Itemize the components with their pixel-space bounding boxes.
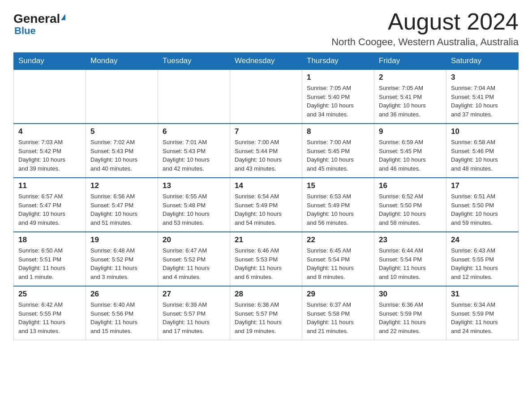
calendar-cell: 25Sunrise: 6:42 AM Sunset: 5:55 PM Dayli… — [14, 286, 86, 340]
day-info: Sunrise: 6:59 AM Sunset: 5:45 PM Dayligh… — [379, 138, 442, 173]
day-info: Sunrise: 7:00 AM Sunset: 5:44 PM Dayligh… — [235, 138, 297, 173]
day-number: 14 — [235, 181, 297, 190]
day-number: 19 — [90, 235, 153, 244]
day-number: 9 — [379, 127, 442, 136]
day-info: Sunrise: 6:46 AM Sunset: 5:53 PM Dayligh… — [235, 246, 297, 281]
calendar-cell: 20Sunrise: 6:47 AM Sunset: 5:52 PM Dayli… — [158, 232, 230, 286]
day-number: 12 — [90, 181, 153, 190]
day-info: Sunrise: 6:42 AM Sunset: 5:55 PM Dayligh… — [18, 300, 81, 335]
day-info: Sunrise: 6:58 AM Sunset: 5:46 PM Dayligh… — [451, 138, 514, 173]
day-info: Sunrise: 6:36 AM Sunset: 5:59 PM Dayligh… — [379, 300, 442, 335]
calendar-cell: 15Sunrise: 6:53 AM Sunset: 5:49 PM Dayli… — [302, 178, 374, 232]
day-number: 21 — [235, 235, 297, 244]
calendar-week-4: 18Sunrise: 6:50 AM Sunset: 5:51 PM Dayli… — [14, 232, 519, 286]
day-info: Sunrise: 7:03 AM Sunset: 5:42 PM Dayligh… — [18, 138, 81, 173]
calendar-cell: 2Sunrise: 7:05 AM Sunset: 5:41 PM Daylig… — [374, 69, 446, 124]
day-info: Sunrise: 6:57 AM Sunset: 5:47 PM Dayligh… — [18, 192, 81, 227]
day-info: Sunrise: 6:44 AM Sunset: 5:54 PM Dayligh… — [379, 246, 442, 281]
calendar-cell: 31Sunrise: 6:34 AM Sunset: 5:59 PM Dayli… — [446, 286, 519, 340]
calendar-header-row: SundayMondayTuesdayWednesdayThursdayFrid… — [14, 53, 519, 70]
calendar-week-2: 4Sunrise: 7:03 AM Sunset: 5:42 PM Daylig… — [14, 124, 519, 178]
day-info: Sunrise: 6:40 AM Sunset: 5:56 PM Dayligh… — [90, 300, 153, 335]
calendar-cell: 29Sunrise: 6:37 AM Sunset: 5:58 PM Dayli… — [302, 286, 374, 340]
calendar-cell: 14Sunrise: 6:54 AM Sunset: 5:49 PM Dayli… — [230, 178, 302, 232]
day-number: 27 — [163, 290, 225, 299]
calendar-cell: 9Sunrise: 6:59 AM Sunset: 5:45 PM Daylig… — [374, 124, 446, 178]
day-info: Sunrise: 7:02 AM Sunset: 5:43 PM Dayligh… — [90, 138, 153, 173]
logo-general-text: General — [13, 13, 60, 25]
day-number: 4 — [18, 127, 81, 136]
calendar-cell: 21Sunrise: 6:46 AM Sunset: 5:53 PM Dayli… — [230, 232, 302, 286]
calendar-cell: 18Sunrise: 6:50 AM Sunset: 5:51 PM Dayli… — [14, 232, 86, 286]
title-block: August 2024 North Coogee, Western Austra… — [331, 9, 519, 48]
day-number: 16 — [379, 181, 442, 190]
day-number: 8 — [307, 127, 369, 136]
day-info: Sunrise: 6:51 AM Sunset: 5:50 PM Dayligh… — [451, 192, 514, 227]
calendar-cell: 4Sunrise: 7:03 AM Sunset: 5:42 PM Daylig… — [14, 124, 86, 178]
logo-triangle-icon — [61, 14, 65, 20]
calendar-table: SundayMondayTuesdayWednesdayThursdayFrid… — [13, 52, 519, 340]
col-header-wednesday: Wednesday — [230, 53, 302, 70]
day-info: Sunrise: 6:54 AM Sunset: 5:49 PM Dayligh… — [235, 192, 297, 227]
calendar-cell — [14, 69, 86, 124]
calendar-cell: 30Sunrise: 6:36 AM Sunset: 5:59 PM Dayli… — [374, 286, 446, 340]
day-info: Sunrise: 7:01 AM Sunset: 5:43 PM Dayligh… — [163, 138, 225, 173]
day-number: 3 — [451, 73, 514, 82]
day-number: 11 — [18, 181, 81, 190]
calendar-cell: 28Sunrise: 6:38 AM Sunset: 5:57 PM Dayli… — [230, 286, 302, 340]
day-number: 1 — [307, 73, 369, 82]
day-number: 17 — [451, 181, 514, 190]
calendar-week-3: 11Sunrise: 6:57 AM Sunset: 5:47 PM Dayli… — [14, 178, 519, 232]
calendar-cell: 13Sunrise: 6:55 AM Sunset: 5:48 PM Dayli… — [158, 178, 230, 232]
day-info: Sunrise: 7:05 AM Sunset: 5:40 PM Dayligh… — [307, 84, 369, 119]
calendar-cell: 26Sunrise: 6:40 AM Sunset: 5:56 PM Dayli… — [86, 286, 158, 340]
day-info: Sunrise: 6:50 AM Sunset: 5:51 PM Dayligh… — [18, 246, 81, 281]
day-number: 10 — [451, 127, 514, 136]
calendar-week-1: 1Sunrise: 7:05 AM Sunset: 5:40 PM Daylig… — [14, 69, 519, 124]
calendar-cell: 7Sunrise: 7:00 AM Sunset: 5:44 PM Daylig… — [230, 124, 302, 178]
logo: General Blue — [13, 13, 65, 37]
calendar-cell: 1Sunrise: 7:05 AM Sunset: 5:40 PM Daylig… — [302, 69, 374, 124]
day-info: Sunrise: 6:56 AM Sunset: 5:47 PM Dayligh… — [90, 192, 153, 227]
calendar-cell: 5Sunrise: 7:02 AM Sunset: 5:43 PM Daylig… — [86, 124, 158, 178]
day-info: Sunrise: 7:05 AM Sunset: 5:41 PM Dayligh… — [379, 84, 442, 119]
day-number: 29 — [307, 290, 369, 299]
day-number: 20 — [163, 235, 225, 244]
calendar-cell: 10Sunrise: 6:58 AM Sunset: 5:46 PM Dayli… — [446, 124, 519, 178]
page-header: General Blue August 2024 North Coogee, W… — [13, 9, 519, 48]
day-number: 13 — [163, 181, 225, 190]
day-info: Sunrise: 6:52 AM Sunset: 5:50 PM Dayligh… — [379, 192, 442, 227]
calendar-cell: 6Sunrise: 7:01 AM Sunset: 5:43 PM Daylig… — [158, 124, 230, 178]
day-number: 5 — [90, 127, 153, 136]
col-header-monday: Monday — [86, 53, 158, 70]
calendar-cell: 24Sunrise: 6:43 AM Sunset: 5:55 PM Dayli… — [446, 232, 519, 286]
day-info: Sunrise: 6:47 AM Sunset: 5:52 PM Dayligh… — [163, 246, 225, 281]
month-title: August 2024 — [331, 9, 519, 34]
day-number: 23 — [379, 235, 442, 244]
calendar-cell: 22Sunrise: 6:45 AM Sunset: 5:54 PM Dayli… — [302, 232, 374, 286]
calendar-cell: 11Sunrise: 6:57 AM Sunset: 5:47 PM Dayli… — [14, 178, 86, 232]
day-number: 15 — [307, 181, 369, 190]
day-info: Sunrise: 6:34 AM Sunset: 5:59 PM Dayligh… — [451, 300, 514, 335]
day-info: Sunrise: 6:48 AM Sunset: 5:52 PM Dayligh… — [90, 246, 153, 281]
col-header-sunday: Sunday — [14, 53, 86, 70]
day-number: 25 — [18, 290, 81, 299]
calendar-cell: 19Sunrise: 6:48 AM Sunset: 5:52 PM Dayli… — [86, 232, 158, 286]
calendar-cell — [86, 69, 158, 124]
location-title: North Coogee, Western Australia, Austral… — [331, 36, 519, 48]
day-info: Sunrise: 6:37 AM Sunset: 5:58 PM Dayligh… — [307, 300, 369, 335]
calendar-cell: 17Sunrise: 6:51 AM Sunset: 5:50 PM Dayli… — [446, 178, 519, 232]
calendar-cell: 3Sunrise: 7:04 AM Sunset: 5:41 PM Daylig… — [446, 69, 519, 124]
day-info: Sunrise: 6:43 AM Sunset: 5:55 PM Dayligh… — [451, 246, 514, 281]
day-number: 18 — [18, 235, 81, 244]
day-info: Sunrise: 6:45 AM Sunset: 5:54 PM Dayligh… — [307, 246, 369, 281]
day-info: Sunrise: 6:39 AM Sunset: 5:57 PM Dayligh… — [163, 300, 225, 335]
calendar-cell: 16Sunrise: 6:52 AM Sunset: 5:50 PM Dayli… — [374, 178, 446, 232]
calendar-cell: 12Sunrise: 6:56 AM Sunset: 5:47 PM Dayli… — [86, 178, 158, 232]
day-info: Sunrise: 6:38 AM Sunset: 5:57 PM Dayligh… — [235, 300, 297, 335]
calendar-cell: 27Sunrise: 6:39 AM Sunset: 5:57 PM Dayli… — [158, 286, 230, 340]
day-number: 7 — [235, 127, 297, 136]
day-info: Sunrise: 7:00 AM Sunset: 5:45 PM Dayligh… — [307, 138, 369, 173]
day-number: 31 — [451, 290, 514, 299]
calendar-cell: 23Sunrise: 6:44 AM Sunset: 5:54 PM Dayli… — [374, 232, 446, 286]
